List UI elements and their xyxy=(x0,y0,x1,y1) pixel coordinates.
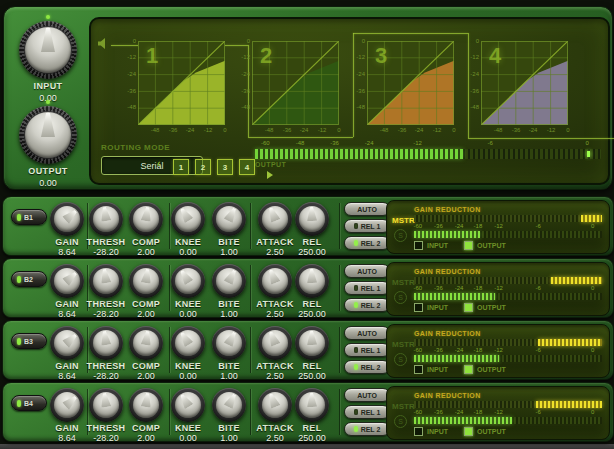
output-checkbox-label: OUTPUT xyxy=(477,304,506,311)
gain-reduction-meter xyxy=(414,401,602,408)
band-label: B2 xyxy=(24,276,33,283)
solo-badge[interactable]: S xyxy=(394,291,407,304)
routing-chain-diagram: 1 2 3 4 xyxy=(169,155,265,183)
bite-knob[interactable] xyxy=(212,326,246,360)
gain-reduction-meter xyxy=(414,339,602,346)
output-level-fill xyxy=(255,149,463,159)
band-strip: B1 GAIN 8.64 THRESH -28.20 COMP 2.00 KNE… xyxy=(2,196,614,256)
release1-button-label: REL 1 xyxy=(361,409,381,416)
auto-release-button[interactable]: AUTO xyxy=(344,388,390,402)
release1-button-label: REL 1 xyxy=(361,347,381,354)
output-checkbox-label: OUTPUT xyxy=(477,366,506,373)
release2-button-label: REL 2 xyxy=(361,364,381,371)
chain-band-2: 2 xyxy=(195,159,211,175)
input-checkbox[interactable] xyxy=(414,427,423,436)
output-checkbox[interactable] xyxy=(464,303,473,312)
input-checkbox[interactable] xyxy=(414,303,423,312)
rel-knob[interactable] xyxy=(295,326,329,360)
routing-mode-label: ROUTING MODE xyxy=(101,143,170,152)
release1-button[interactable]: REL 1 xyxy=(344,343,390,357)
release1-button[interactable]: REL 1 xyxy=(344,281,390,295)
input-checkbox[interactable] xyxy=(414,365,423,374)
solo-badge[interactable]: S xyxy=(394,415,407,428)
release1-button[interactable]: REL 1 xyxy=(344,405,390,419)
gain-reduction-meter xyxy=(414,277,602,284)
output-checkbox[interactable] xyxy=(464,241,473,250)
auto-release-button[interactable]: AUTO xyxy=(344,202,390,216)
band-level-fill xyxy=(414,231,480,238)
release1-button-label: REL 1 xyxy=(361,285,381,292)
rel-knob-value: 250.00 xyxy=(282,371,342,381)
band-number: 4 xyxy=(489,43,501,69)
release1-button[interactable]: REL 1 xyxy=(344,219,390,233)
auto-release-button-label: AUTO xyxy=(357,206,377,213)
band-label: B4 xyxy=(24,400,33,407)
band-transfer-graph: 2 0 -12 -24 -36 -48 -48 -36 -24 -12 0 xyxy=(238,33,339,145)
release2-button[interactable]: REL 2 xyxy=(344,236,390,250)
output-meter-label: OUTPUT xyxy=(255,161,286,168)
auto-release-button[interactable]: AUTO xyxy=(344,326,390,340)
bite-knob[interactable] xyxy=(212,388,246,422)
rel-knob-value: 250.00 xyxy=(282,309,342,319)
chain-exit-arrow-icon xyxy=(267,171,273,179)
rel-knob[interactable] xyxy=(295,202,329,236)
mstr-label: MSTR xyxy=(392,278,415,287)
band-meter-display: MSTR S GAIN REDUCTION -60 -36 -24 -18 -1… xyxy=(386,386,610,440)
gain-reduction-label: GAIN REDUCTION xyxy=(414,392,481,399)
output-meter-scale: -60 -48 -36 -24 -12 -6 0 xyxy=(255,140,601,147)
band-level-meter xyxy=(414,417,602,424)
solo-badge[interactable]: S xyxy=(394,229,407,242)
main-display: 1 0 -12 -24 -36 -48 -48 -36 -24 -12 0 2 … xyxy=(89,17,610,185)
release2-button[interactable]: REL 2 xyxy=(344,298,390,312)
release2-button-label: REL 2 xyxy=(361,240,381,247)
band-led xyxy=(17,400,21,407)
input-checkbox-label: INPUT xyxy=(427,366,448,373)
band-transfer-graph: 1 0 -12 -24 -36 -48 -48 -36 -24 -12 0 xyxy=(124,33,225,145)
rel-knob-label: REL xyxy=(282,237,342,247)
rel-knob-label: REL xyxy=(282,423,342,433)
release1-led xyxy=(354,223,358,229)
release2-led xyxy=(354,364,358,370)
solo-badge[interactable]: S xyxy=(394,353,407,366)
band-level-fill xyxy=(414,355,499,362)
band-label: B1 xyxy=(24,214,33,221)
meter-scale: -60 -36 -24 -18 -12 -6 0 xyxy=(414,223,602,230)
input-checkbox[interactable] xyxy=(414,241,423,250)
band-led xyxy=(17,276,21,283)
band-label: B3 xyxy=(24,338,33,345)
band-level-meter xyxy=(414,231,602,238)
band-level-fill xyxy=(414,417,512,424)
output-knob-value: 0.00 xyxy=(39,178,57,188)
input-checkbox-label: INPUT xyxy=(427,242,448,249)
bite-knob[interactable] xyxy=(212,264,246,298)
band-level-fill xyxy=(414,293,495,300)
meter-scale: -60 -36 -24 -18 -12 -6 0 xyxy=(414,347,602,354)
band-led xyxy=(17,338,21,345)
gain-reduction-fill xyxy=(536,401,602,408)
release2-button[interactable]: REL 2 xyxy=(344,422,390,436)
output-checkbox[interactable] xyxy=(464,427,473,436)
gain-reduction-fill xyxy=(538,339,602,346)
output-checkbox[interactable] xyxy=(464,365,473,374)
output-checkbox-label: OUTPUT xyxy=(477,428,506,435)
band-number: 3 xyxy=(375,43,387,69)
bottom-edge xyxy=(0,444,614,449)
release2-button-label: REL 2 xyxy=(361,426,381,433)
input-checkbox-label: INPUT xyxy=(427,428,448,435)
release2-led xyxy=(354,240,358,246)
input-knob[interactable] xyxy=(19,21,77,79)
input-checkbox-label: INPUT xyxy=(427,304,448,311)
band-level-meter xyxy=(414,293,602,300)
band-number: 1 xyxy=(146,43,158,69)
auto-release-button[interactable]: AUTO xyxy=(344,264,390,278)
gain-reduction-label: GAIN REDUCTION xyxy=(414,206,481,213)
rel-knob[interactable] xyxy=(295,388,329,422)
band-number: 2 xyxy=(260,43,272,69)
output-knob[interactable] xyxy=(19,106,77,164)
release2-button[interactable]: REL 2 xyxy=(344,360,390,374)
gain-reduction-label: GAIN REDUCTION xyxy=(414,268,481,275)
gain-reduction-label: GAIN REDUCTION xyxy=(414,330,481,337)
bite-knob[interactable] xyxy=(212,202,246,236)
rel-knob[interactable] xyxy=(295,264,329,298)
rel-knob-label: REL xyxy=(282,299,342,309)
